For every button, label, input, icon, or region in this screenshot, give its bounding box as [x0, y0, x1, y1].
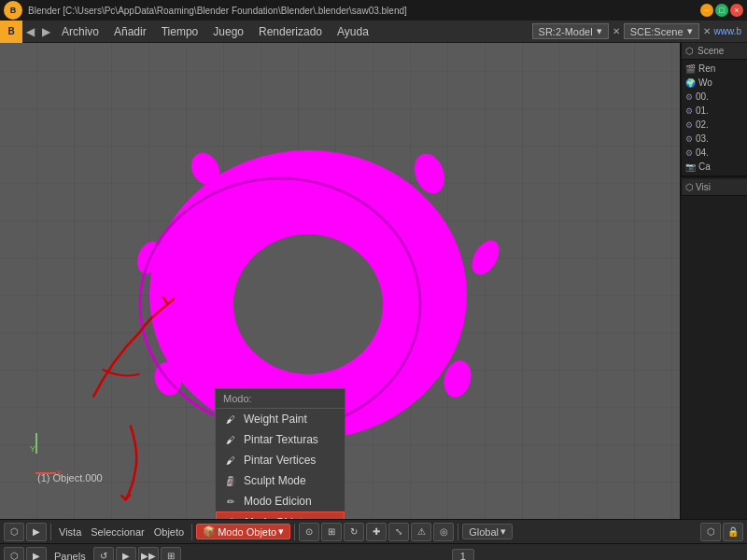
mode-dropdown[interactable]: 📦 Modo Objeto ▾: [196, 524, 290, 539]
nav-back-button[interactable]: ◀: [22, 25, 38, 38]
scene-item-ren[interactable]: 🎬 Ren: [682, 62, 747, 76]
obj00-label: 00.: [696, 91, 709, 102]
obj00-icon: ⚙: [685, 92, 693, 102]
sculpt-mode-label: Sculpt Mode: [244, 474, 306, 487]
scene-item-02[interactable]: ⚙ 02.: [682, 118, 747, 132]
global-dropdown[interactable]: Global ▾: [462, 524, 513, 539]
sr-selector[interactable]: SR:2-Model ▾: [532, 23, 609, 39]
panels-icon-1[interactable]: ⬡: [4, 547, 24, 561]
viewport-toolbar: ⬡ ▶ Vista Seleccionar Objeto 📦 Modo Obje…: [0, 519, 747, 543]
main-layout: X Y (1) Object.000 Modo: 🖌 Weight Paint …: [0, 43, 747, 519]
obj01-icon: ⚙: [685, 106, 693, 116]
menu-archivo[interactable]: Archivo: [54, 23, 106, 40]
scene-item-00[interactable]: ⚙ 00.: [682, 90, 747, 104]
ren-icon: 🎬: [685, 64, 696, 74]
obj02-label: 02.: [696, 119, 709, 130]
minimize-button[interactable]: −: [700, 4, 713, 17]
warn-icon[interactable]: ⚠: [411, 523, 431, 541]
viewport-3d[interactable]: X Y (1) Object.000 Modo: 🖌 Weight Paint …: [0, 43, 680, 519]
scale-icon[interactable]: ⤡: [388, 523, 409, 541]
scene-item-03[interactable]: ⚙ 03.: [682, 132, 747, 146]
context-menu-modo-objeto[interactable]: 📦 Modo Objeto: [216, 511, 345, 519]
menu-ayuda[interactable]: Ayuda: [330, 23, 376, 40]
svg-point-3: [467, 236, 505, 280]
y-axis-label: Y: [30, 444, 35, 454]
scene-item-ca[interactable]: 📷 Ca: [682, 160, 747, 174]
snap-icon[interactable]: ⊙: [299, 523, 319, 541]
move-icon[interactable]: ✚: [366, 523, 387, 541]
modo-objeto-label: Modo Objeto: [245, 516, 309, 519]
scene-arrow-icon: ▾: [687, 25, 693, 37]
ren-label: Ren: [698, 63, 715, 74]
global-label: Global: [469, 526, 499, 538]
sculpt-mode-icon: 🗿: [223, 473, 238, 488]
context-menu-modo-edicion[interactable]: ✏ Modo Edicion: [216, 491, 345, 511]
frame-number[interactable]: 1: [452, 549, 474, 561]
vis-panel: ⬡ Visi: [681, 179, 747, 196]
pintar-texturas-icon: 🖌: [223, 432, 238, 447]
menu-renderizado[interactable]: Renderizado: [251, 23, 330, 40]
vis-icon: ⬡: [685, 182, 694, 192]
pintar-vertices-icon: 🖌: [223, 453, 238, 468]
toolbar-separator-1: [50, 524, 51, 540]
titlebar: B Blender [C:\Users\Pc\AppData\Roaming\B…: [0, 0, 747, 21]
prop-icon[interactable]: ⬡: [700, 523, 721, 541]
viewport-icon-2[interactable]: ▶: [26, 523, 47, 541]
global-arrow: ▾: [500, 525, 506, 538]
panels-label[interactable]: Panels: [49, 551, 92, 561]
right-panels: ⬡ Scene 🎬 Ren 🌍 Wo ⚙ 00. ⚙ 01.: [680, 43, 747, 519]
wo-icon: 🌍: [685, 78, 696, 88]
pintar-texturas-label: Pintar Texturas: [244, 433, 318, 446]
obj03-icon: ⚙: [685, 134, 693, 144]
objeto-button[interactable]: Objeto: [150, 526, 188, 538]
scene-item-01[interactable]: ⚙ 01.: [682, 104, 747, 118]
mode-dropdown-label: Modo Objeto: [218, 526, 276, 538]
panels-icon-6[interactable]: ⊞: [161, 547, 181, 561]
context-menu-sculpt-mode[interactable]: 🗿 Sculpt Mode: [216, 470, 345, 491]
toolbar-separator-2: [191, 524, 192, 540]
scene-item-04[interactable]: ⚙ 04.: [682, 146, 747, 160]
viewport-icon-1[interactable]: ⬡: [4, 523, 24, 541]
weight-paint-icon: 🖌: [223, 412, 238, 427]
scene-selector[interactable]: SCE:Scene ▾: [624, 23, 699, 39]
panels-icon-2[interactable]: ▶: [26, 547, 47, 561]
maximize-button[interactable]: □: [715, 4, 728, 17]
mode-dropdown-arrow: ▾: [278, 525, 284, 538]
object-label: (1) Object.000: [37, 472, 103, 483]
close-button[interactable]: ×: [730, 4, 743, 17]
circ-icon[interactable]: ◎: [433, 523, 454, 541]
sr-arrow-icon: ▾: [597, 25, 602, 37]
scene-panel-title: Scene: [698, 46, 724, 56]
scene-item-wo[interactable]: 🌍 Wo: [682, 76, 747, 90]
nav-forward-button[interactable]: ▶: [38, 25, 54, 38]
context-menu-weight-paint[interactable]: 🖌 Weight Paint: [216, 409, 345, 429]
mode-icon: 📦: [203, 525, 216, 538]
rotate-icon[interactable]: ↻: [344, 523, 364, 541]
menubar: B ◀ ▶ Archivo Añadir Tiempo Juego Render…: [0, 21, 747, 43]
panels-icon-3[interactable]: ↺: [93, 547, 114, 561]
scene-close-icon[interactable]: ✕: [703, 26, 711, 36]
menu-tiempo[interactable]: Tiempo: [154, 23, 206, 40]
context-menu-pintar-texturas[interactable]: 🖌 Pintar Texturas: [216, 429, 345, 450]
pintar-vertices-label: Pintar Vertices: [244, 454, 316, 467]
panel-divider: [681, 175, 747, 177]
menu-juego[interactable]: Juego: [205, 23, 251, 40]
context-menu-header: Modo:: [216, 389, 345, 409]
seleccionar-button[interactable]: Seleccionar: [87, 526, 148, 538]
panels-icon-4[interactable]: ▶: [116, 547, 136, 561]
grid-icon[interactable]: ⊞: [321, 523, 342, 541]
menu-anadir[interactable]: Añadir: [106, 23, 154, 40]
context-menu-pintar-vertices[interactable]: 🖌 Pintar Vertices: [216, 450, 345, 470]
toolbar-separator-3: [294, 524, 295, 540]
www-label: www.b: [714, 26, 741, 36]
lock-icon[interactable]: 🔒: [723, 523, 743, 541]
vis-label: Visi: [696, 182, 711, 192]
toolbar-separator-4: [458, 524, 458, 540]
svg-point-1: [233, 234, 383, 374]
blender-logo-icon: B: [4, 1, 22, 20]
vista-button[interactable]: Vista: [55, 526, 85, 538]
sr-close-icon[interactable]: ✕: [613, 26, 620, 36]
panels-icon-5[interactable]: ▶▶: [138, 547, 159, 561]
ca-label: Ca: [698, 161, 711, 172]
obj01-label: 01.: [696, 105, 709, 116]
